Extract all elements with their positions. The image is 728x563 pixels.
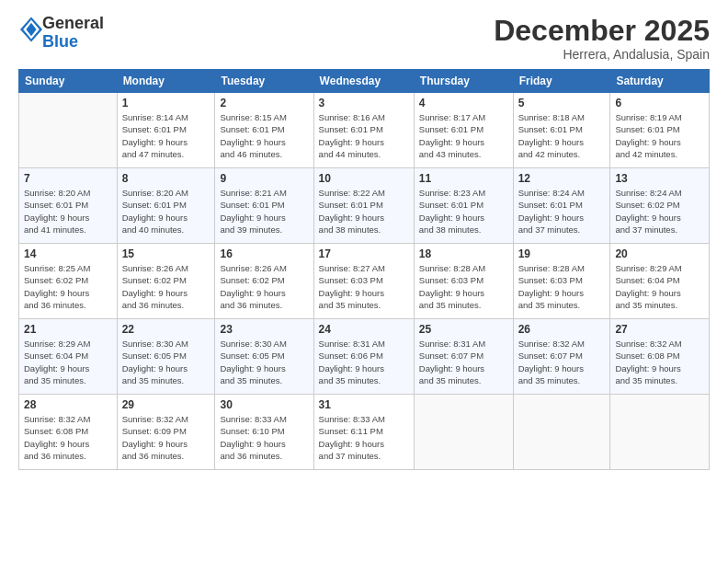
day-info: Sunrise: 8:18 AM Sunset: 6:01 PM Dayligh… xyxy=(518,111,606,160)
header: General Blue December 2025 Herrera, Anda… xyxy=(18,15,710,62)
calendar-week-1: 1Sunrise: 8:14 AM Sunset: 6:01 PM Daylig… xyxy=(19,93,710,168)
day-number: 31 xyxy=(319,398,409,411)
day-info: Sunrise: 8:31 AM Sunset: 6:07 PM Dayligh… xyxy=(419,338,508,386)
day-info: Sunrise: 8:32 AM Sunset: 6:09 PM Dayligh… xyxy=(122,413,210,462)
day-number: 26 xyxy=(518,323,606,336)
calendar-cell: 12Sunrise: 8:24 AM Sunset: 6:01 PM Dayli… xyxy=(513,168,610,244)
calendar-week-4: 21Sunrise: 8:29 AM Sunset: 6:04 PM Dayli… xyxy=(19,319,710,395)
day-number: 29 xyxy=(122,398,210,411)
day-number: 27 xyxy=(615,323,704,336)
day-info: Sunrise: 8:19 AM Sunset: 6:01 PM Dayligh… xyxy=(615,111,704,160)
day-info: Sunrise: 8:16 AM Sunset: 6:01 PM Dayligh… xyxy=(319,111,409,160)
day-info: Sunrise: 8:24 AM Sunset: 6:01 PM Dayligh… xyxy=(518,187,606,236)
calendar-cell: 20Sunrise: 8:29 AM Sunset: 6:04 PM Dayli… xyxy=(610,244,710,319)
weekday-header-sunday: Sunday xyxy=(19,70,118,93)
calendar-cell: 6Sunrise: 8:19 AM Sunset: 6:01 PM Daylig… xyxy=(610,93,710,168)
day-info: Sunrise: 8:33 AM Sunset: 6:11 PM Dayligh… xyxy=(319,413,409,462)
weekday-header-row: SundayMondayTuesdayWednesdayThursdayFrid… xyxy=(19,70,710,93)
calendar-cell: 16Sunrise: 8:26 AM Sunset: 6:02 PM Dayli… xyxy=(215,244,313,319)
day-number: 16 xyxy=(220,247,308,260)
day-number: 5 xyxy=(518,97,606,109)
day-info: Sunrise: 8:17 AM Sunset: 6:01 PM Dayligh… xyxy=(419,111,508,160)
day-number: 3 xyxy=(319,97,409,109)
calendar-cell: 17Sunrise: 8:27 AM Sunset: 6:03 PM Dayli… xyxy=(313,244,414,319)
calendar-cell: 21Sunrise: 8:29 AM Sunset: 6:04 PM Dayli… xyxy=(19,319,118,395)
day-number: 19 xyxy=(518,247,606,260)
day-number: 12 xyxy=(518,172,606,185)
logo: General Blue xyxy=(18,15,104,52)
day-number: 13 xyxy=(615,172,704,185)
calendar-week-5: 28Sunrise: 8:32 AM Sunset: 6:08 PM Dayli… xyxy=(19,395,710,470)
calendar-cell: 22Sunrise: 8:30 AM Sunset: 6:05 PM Dayli… xyxy=(117,319,215,395)
day-number: 10 xyxy=(319,172,409,185)
day-info: Sunrise: 8:30 AM Sunset: 6:05 PM Dayligh… xyxy=(122,338,210,386)
calendar-cell: 26Sunrise: 8:32 AM Sunset: 6:07 PM Dayli… xyxy=(513,319,610,395)
day-number: 25 xyxy=(419,323,508,336)
calendar-cell: 13Sunrise: 8:24 AM Sunset: 6:02 PM Dayli… xyxy=(610,168,710,244)
calendar-cell: 30Sunrise: 8:33 AM Sunset: 6:10 PM Dayli… xyxy=(215,395,313,470)
day-info: Sunrise: 8:24 AM Sunset: 6:02 PM Dayligh… xyxy=(615,187,704,236)
day-number: 17 xyxy=(319,247,409,260)
day-number: 6 xyxy=(615,97,704,109)
month-title: December 2025 xyxy=(494,15,710,47)
day-info: Sunrise: 8:32 AM Sunset: 6:07 PM Dayligh… xyxy=(518,338,606,386)
calendar-cell: 23Sunrise: 8:30 AM Sunset: 6:05 PM Dayli… xyxy=(215,319,313,395)
calendar-cell: 9Sunrise: 8:21 AM Sunset: 6:01 PM Daylig… xyxy=(215,168,313,244)
calendar-cell: 1Sunrise: 8:14 AM Sunset: 6:01 PM Daylig… xyxy=(117,93,215,168)
day-number: 14 xyxy=(24,247,112,260)
calendar-cell: 10Sunrise: 8:22 AM Sunset: 6:01 PM Dayli… xyxy=(313,168,414,244)
calendar-cell: 7Sunrise: 8:20 AM Sunset: 6:01 PM Daylig… xyxy=(19,168,118,244)
weekday-header-thursday: Thursday xyxy=(414,70,513,93)
calendar-cell xyxy=(414,395,513,470)
day-number: 18 xyxy=(419,247,508,260)
day-number: 9 xyxy=(220,172,308,185)
calendar-cell xyxy=(513,395,610,470)
calendar-cell: 19Sunrise: 8:28 AM Sunset: 6:03 PM Dayli… xyxy=(513,244,610,319)
calendar-cell: 27Sunrise: 8:32 AM Sunset: 6:08 PM Dayli… xyxy=(610,319,710,395)
calendar-body: 1Sunrise: 8:14 AM Sunset: 6:01 PM Daylig… xyxy=(19,93,710,470)
day-info: Sunrise: 8:22 AM Sunset: 6:01 PM Dayligh… xyxy=(319,187,409,236)
calendar-week-3: 14Sunrise: 8:25 AM Sunset: 6:02 PM Dayli… xyxy=(19,244,710,319)
logo-general-text: General xyxy=(42,14,104,32)
calendar-cell: 24Sunrise: 8:31 AM Sunset: 6:06 PM Dayli… xyxy=(313,319,414,395)
day-number: 11 xyxy=(419,172,508,185)
day-number: 4 xyxy=(419,97,508,109)
day-info: Sunrise: 8:21 AM Sunset: 6:01 PM Dayligh… xyxy=(220,187,308,236)
calendar-cell xyxy=(610,395,710,470)
page: General Blue December 2025 Herrera, Anda… xyxy=(0,0,728,563)
calendar-cell: 4Sunrise: 8:17 AM Sunset: 6:01 PM Daylig… xyxy=(414,93,513,168)
day-number: 28 xyxy=(24,398,112,411)
day-number: 23 xyxy=(220,323,308,336)
calendar-cell: 14Sunrise: 8:25 AM Sunset: 6:02 PM Dayli… xyxy=(19,244,118,319)
day-info: Sunrise: 8:31 AM Sunset: 6:06 PM Dayligh… xyxy=(319,338,409,386)
day-number: 15 xyxy=(122,247,210,260)
day-info: Sunrise: 8:33 AM Sunset: 6:10 PM Dayligh… xyxy=(220,413,308,462)
day-info: Sunrise: 8:32 AM Sunset: 6:08 PM Dayligh… xyxy=(24,413,112,462)
calendar-cell: 31Sunrise: 8:33 AM Sunset: 6:11 PM Dayli… xyxy=(313,395,414,470)
calendar-cell: 2Sunrise: 8:15 AM Sunset: 6:01 PM Daylig… xyxy=(215,93,313,168)
weekday-header-tuesday: Tuesday xyxy=(215,70,313,93)
weekday-header-saturday: Saturday xyxy=(610,70,710,93)
day-info: Sunrise: 8:26 AM Sunset: 6:02 PM Dayligh… xyxy=(220,262,308,311)
calendar-cell: 8Sunrise: 8:20 AM Sunset: 6:01 PM Daylig… xyxy=(117,168,215,244)
calendar-cell: 11Sunrise: 8:23 AM Sunset: 6:01 PM Dayli… xyxy=(414,168,513,244)
day-number: 22 xyxy=(122,323,210,336)
day-info: Sunrise: 8:28 AM Sunset: 6:03 PM Dayligh… xyxy=(419,262,508,311)
calendar-week-2: 7Sunrise: 8:20 AM Sunset: 6:01 PM Daylig… xyxy=(19,168,710,244)
day-info: Sunrise: 8:26 AM Sunset: 6:02 PM Dayligh… xyxy=(122,262,210,311)
weekday-header-friday: Friday xyxy=(513,70,610,93)
logo-blue-text: Blue xyxy=(42,32,78,51)
day-info: Sunrise: 8:29 AM Sunset: 6:04 PM Dayligh… xyxy=(615,262,704,311)
day-info: Sunrise: 8:25 AM Sunset: 6:02 PM Dayligh… xyxy=(24,262,112,311)
day-number: 21 xyxy=(24,323,112,336)
calendar-table: SundayMondayTuesdayWednesdayThursdayFrid… xyxy=(18,69,710,470)
calendar-cell: 15Sunrise: 8:26 AM Sunset: 6:02 PM Dayli… xyxy=(117,244,215,319)
day-number: 1 xyxy=(122,97,210,109)
day-number: 8 xyxy=(122,172,210,185)
day-info: Sunrise: 8:32 AM Sunset: 6:08 PM Dayligh… xyxy=(615,338,704,386)
logo-icon xyxy=(20,17,42,42)
weekday-header-monday: Monday xyxy=(117,70,215,93)
day-number: 24 xyxy=(319,323,409,336)
calendar-cell xyxy=(19,93,118,168)
day-number: 30 xyxy=(220,398,308,411)
